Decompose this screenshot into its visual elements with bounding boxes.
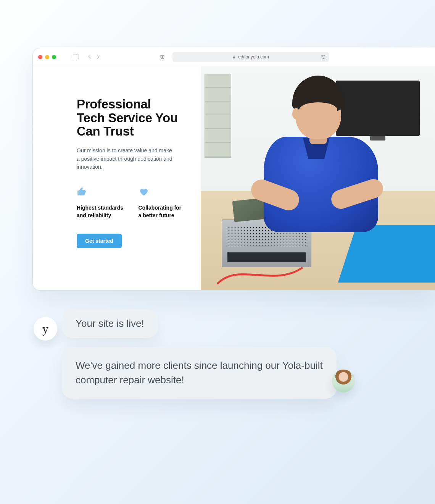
privacy-shield-icon[interactable] [160, 54, 165, 60]
hero-section: Professional Tech Service You Can Trust … [33, 66, 201, 290]
hero-title: Professional Tech Service You Can Trust [77, 97, 185, 138]
zoom-window-button[interactable] [52, 55, 56, 59]
lock-icon [232, 55, 236, 59]
heart-icon [139, 187, 186, 197]
feature-item: Highest standards and reliability [77, 187, 124, 219]
get-started-button[interactable]: Get started [77, 234, 122, 248]
feature-row: Highest standards and reliability Collab… [77, 187, 185, 219]
browser-toolbar: editor.yola.com [33, 48, 435, 66]
feature-label: Highest standards and reliability [77, 204, 124, 219]
chat-bubble-system: Your site is live! [62, 309, 158, 338]
chat-text: Your site is live! [76, 318, 144, 329]
brand-glyph: y [42, 322, 48, 336]
feature-item: Collaborating for a better future [139, 187, 186, 219]
hero-title-line: Professional [77, 97, 151, 111]
forward-button[interactable] [95, 55, 99, 59]
close-window-button[interactable] [38, 55, 42, 59]
back-button[interactable] [88, 55, 92, 59]
hero-title-line: Tech Service You [77, 111, 178, 125]
thumbs-up-icon [77, 187, 124, 197]
hero-subtitle: Our mission is to create value and make … [77, 147, 176, 171]
nav-arrows [89, 55, 99, 58]
hero-title-line: Can Trust [77, 124, 134, 138]
reload-icon[interactable] [321, 55, 326, 60]
user-avatar [332, 370, 355, 393]
svg-rect-0 [233, 57, 235, 58]
address-bar-text: editor.yola.com [238, 54, 269, 60]
browser-window: editor.yola.com Professional Tech Servic… [32, 48, 435, 291]
brand-avatar: y [34, 317, 57, 341]
hero-image [201, 66, 435, 290]
sidebar-toggle-icon[interactable] [73, 55, 79, 59]
chat-bubble-user: We've gained more clients since launchin… [62, 347, 337, 399]
window-controls [38, 55, 56, 59]
minimize-window-button[interactable] [45, 55, 49, 59]
address-bar[interactable]: editor.yola.com [172, 52, 329, 62]
page-content: Professional Tech Service You Can Trust … [33, 66, 435, 290]
chat-text: We've gained more clients since launchin… [76, 360, 323, 386]
feature-label: Collaborating for a better future [139, 204, 186, 219]
